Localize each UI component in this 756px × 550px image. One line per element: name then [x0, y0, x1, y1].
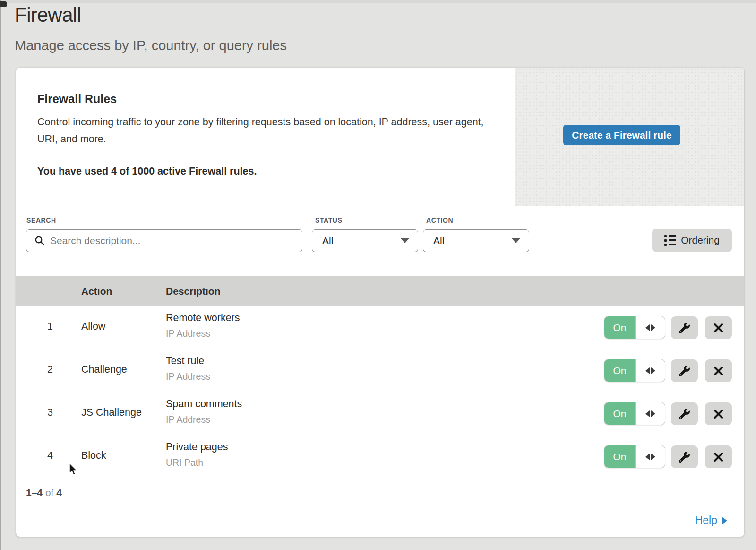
status-label: STATUS [315, 217, 343, 224]
close-icon [713, 409, 723, 419]
toggle-handle[interactable] [636, 316, 665, 339]
rule-description: Spam comments [166, 398, 242, 410]
status-select-value: All [322, 235, 401, 246]
rule-priority: 3 [40, 407, 60, 419]
window-corner-mark [0, 1, 7, 7]
right-arrow-icon [651, 454, 655, 460]
close-icon [713, 323, 723, 333]
delete-rule-button[interactable] [705, 316, 732, 339]
wrench-icon [679, 366, 690, 376]
rules-overview-section: Firewall Rules Control incoming traffic … [16, 68, 744, 206]
filter-bar: SEARCH STATUS ACTION All All Ordering [16, 207, 744, 276]
rules-table-body: 1 Allow Remote workers IP Address On 2 C… [16, 306, 744, 478]
table-row: 2 Challenge Test rule IP Address On [16, 349, 744, 392]
rule-description: Remote workers [166, 312, 240, 324]
rule-action: Block [81, 450, 106, 462]
wrench-icon [679, 323, 690, 333]
table-row: 4 Block Private pages URI Path On [16, 435, 744, 478]
pagination-range: 1–4 [26, 487, 43, 498]
rules-description: Control incoming traffic to your zone by… [37, 113, 493, 148]
delete-rule-button[interactable] [705, 445, 732, 468]
right-arrow-icon [651, 367, 655, 374]
chevron-down-icon [401, 238, 409, 243]
rule-match-type: IP Address [166, 371, 210, 382]
rule-enabled-toggle[interactable]: On [604, 359, 665, 382]
wrench-icon [679, 409, 690, 419]
create-firewall-rule-button[interactable]: Create a Firewall rule [563, 125, 680, 145]
rule-enabled-toggle[interactable]: On [604, 316, 665, 339]
ordering-button[interactable]: Ordering [652, 229, 732, 252]
toggle-handle[interactable] [636, 445, 665, 468]
rules-heading: Firewall Rules [37, 92, 117, 106]
action-label: ACTION [426, 217, 453, 224]
column-header-description: Description [166, 286, 221, 297]
firewall-rules-card: Firewall Rules Control incoming traffic … [16, 68, 744, 537]
delete-rule-button[interactable] [705, 359, 732, 382]
page-subtitle: Manage access by IP, country, or query r… [15, 38, 287, 53]
status-select[interactable]: All [312, 229, 418, 252]
rule-enabled-toggle[interactable]: On [604, 402, 665, 425]
edit-rule-button[interactable] [671, 316, 698, 339]
column-header-action: Action [81, 286, 166, 297]
rule-priority: 2 [40, 364, 60, 375]
rule-enabled-toggle[interactable]: On [604, 445, 665, 468]
pagination-of: of [45, 487, 54, 498]
help-link[interactable]: Help [695, 514, 727, 527]
left-arrow-icon [645, 410, 650, 417]
search-icon [34, 236, 45, 246]
toggle-on-label: On [604, 359, 636, 382]
rule-action: Challenge [81, 364, 127, 375]
left-arrow-icon [645, 367, 650, 374]
pagination-summary: 1–4 of 4 [26, 487, 62, 498]
close-icon [713, 366, 723, 376]
table-row: 3 JS Challenge Spam comments IP Address … [16, 392, 744, 435]
search-box [26, 229, 302, 252]
toggle-handle[interactable] [636, 402, 665, 425]
close-icon [713, 452, 723, 462]
rule-match-type: IP Address [166, 328, 210, 339]
action-select-value: All [433, 235, 512, 246]
table-row: 1 Allow Remote workers IP Address On [16, 306, 744, 349]
card-footer: Help [16, 507, 744, 537]
window-left-edge [0, 0, 1, 550]
window-top-edge [0, 0, 756, 3]
table-header: Action Description [16, 276, 744, 306]
rule-priority: 1 [40, 321, 60, 332]
toggle-on-label: On [604, 445, 636, 468]
ordered-list-icon [664, 235, 676, 246]
action-select[interactable]: All [423, 229, 529, 252]
right-arrow-icon [651, 324, 655, 331]
left-arrow-icon [645, 324, 650, 331]
wrench-icon [679, 452, 690, 463]
chevron-down-icon [512, 238, 520, 243]
delete-rule-button[interactable] [705, 402, 732, 425]
edit-rule-button[interactable] [671, 445, 698, 468]
toggle-handle[interactable] [636, 359, 665, 382]
toggle-on-label: On [604, 402, 636, 425]
rule-action: JS Challenge [81, 407, 142, 419]
right-arrow-icon [651, 410, 655, 417]
pagination-bar: 1–4 of 4 [16, 478, 744, 507]
toggle-on-label: On [604, 316, 636, 339]
rule-priority: 4 [40, 450, 60, 462]
pagination-total: 4 [56, 487, 62, 498]
search-input[interactable] [45, 230, 302, 252]
rules-usage-note: You have used 4 of 1000 active Firewall … [37, 166, 257, 177]
rule-match-type: IP Address [166, 414, 210, 425]
rule-action: Allow [81, 321, 105, 332]
help-link-label: Help [695, 514, 717, 527]
rule-description: Test rule [166, 355, 204, 367]
rule-match-type: URI Path [166, 457, 203, 468]
rule-description: Private pages [166, 441, 228, 453]
page-title: Firewall [15, 4, 81, 26]
edit-rule-button[interactable] [671, 402, 698, 425]
right-caret-icon [722, 517, 727, 524]
left-arrow-icon [645, 454, 650, 460]
search-label: SEARCH [26, 217, 56, 224]
ordering-button-label: Ordering [681, 235, 720, 246]
edit-rule-button[interactable] [671, 359, 698, 382]
